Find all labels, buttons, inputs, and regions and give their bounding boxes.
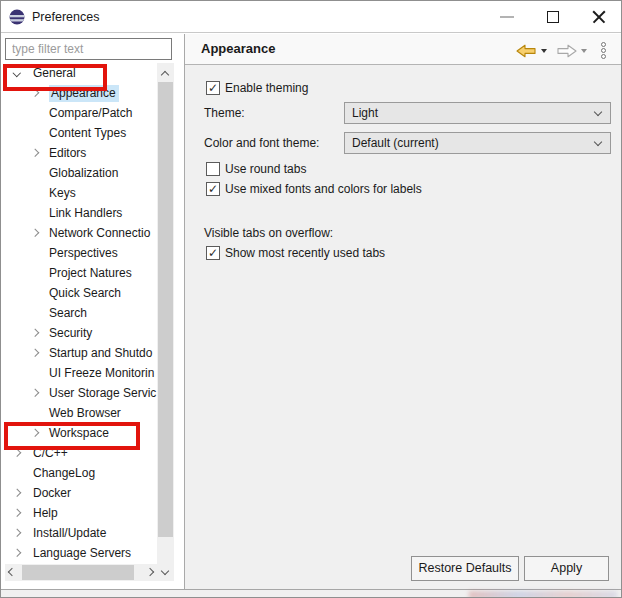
theme-label: Theme: [204,102,245,124]
maximize-button[interactable] [533,1,573,32]
tree-item-language-servers[interactable]: Language Servers [5,543,174,563]
restore-defaults-button[interactable]: Restore Defaults [411,556,519,581]
forward-history-dropdown-icon[interactable] [581,49,587,53]
horizontal-scrollbar-thumb[interactable] [22,565,134,580]
scroll-up-icon[interactable] [161,71,169,79]
tree-item-web-browser[interactable]: Web Browser [5,403,174,423]
tree-item-editors[interactable]: Editors [5,143,174,163]
chevron-right-icon[interactable] [31,329,39,337]
tree-item-security[interactable]: Security [5,323,174,343]
tree-item-label: Perspectives [49,246,118,260]
chevron-right-icon[interactable] [13,529,21,537]
page-title: Appearance [201,34,275,64]
tree-item-label: Network Connectio [49,226,150,240]
apply-button[interactable]: Apply [524,556,609,581]
tree-item-label: UI Freeze Monitorin [49,366,154,380]
chevron-right-icon[interactable] [31,89,39,97]
chevron-right-icon[interactable] [13,549,21,557]
tree-item-label: Language Servers [33,546,131,560]
enable-theming-checkbox[interactable]: Enable theming [206,81,308,95]
color-font-theme-label: Color and font theme: [204,132,319,154]
tree-item-docker[interactable]: Docker [5,483,174,503]
tree-item-compare-patch[interactable]: Compare/Patch [5,103,174,123]
chevron-right-icon[interactable] [31,389,39,397]
tree-item-appearance[interactable]: Appearance [5,83,174,103]
chevron-right-icon[interactable] [31,429,39,437]
close-button[interactable] [579,1,619,32]
tree-item-label: Link Handlers [49,206,122,220]
overflow-heading: Visible tabs on overflow: [204,222,333,244]
vertical-scrollbar-thumb[interactable] [158,82,173,537]
eclipse-logo-icon [9,9,25,25]
show-mru-tabs-checkbox[interactable]: Show most recently used tabs [206,246,385,260]
theme-select[interactable]: Light [344,102,611,124]
tree-item-quick-search[interactable]: Quick Search [5,283,174,303]
theme-value: Light [352,106,378,120]
checkbox-label: Use mixed fonts and colors for labels [225,182,422,196]
tree-item-search[interactable]: Search [5,303,174,323]
checkbox-box[interactable] [206,81,220,95]
tree-item-label: Quick Search [49,286,121,300]
tree-item-perspectives[interactable]: Perspectives [5,243,174,263]
scroll-left-icon[interactable] [8,568,16,576]
vertical-scrollbar[interactable] [157,63,174,581]
chevron-right-icon[interactable] [31,149,39,157]
checkbox-label: Use round tabs [225,162,306,176]
tree-item-label: C/C++ [33,446,68,460]
horizontal-scrollbar[interactable] [5,564,157,581]
minimize-button[interactable] [487,1,527,32]
tree-item-user-storage-servic[interactable]: User Storage Servic [5,383,174,403]
back-button[interactable] [516,44,536,58]
scroll-right-icon[interactable] [146,568,154,576]
tree-item-network-connectio[interactable]: Network Connectio [5,223,174,243]
tree-item-globalization[interactable]: Globalization [5,163,174,183]
window-title: Preferences [32,1,99,33]
tree-item-label: Docker [33,486,71,500]
page-header: Appearance [185,34,622,65]
color-font-theme-select[interactable]: Default (current) [344,132,611,154]
chevron-down-icon[interactable] [13,69,21,77]
checkbox-box[interactable] [206,162,220,176]
mixed-fonts-checkbox[interactable]: Use mixed fonts and colors for labels [206,182,422,196]
tree-item-ui-freeze-monitorin[interactable]: UI Freeze Monitorin [5,363,174,383]
tree-item-label: Search [49,306,87,320]
view-menu-icon[interactable] [601,42,606,59]
tree-item-link-handlers[interactable]: Link Handlers [5,203,174,223]
tree-item-label: Install/Update [33,526,106,540]
back-history-dropdown-icon[interactable] [541,49,547,53]
tree-item-project-natures[interactable]: Project Natures [5,263,174,283]
tree-item-content-types[interactable]: Content Types [5,123,174,143]
chevron-right-icon[interactable] [31,349,39,357]
tree-item-label: Security [49,326,92,340]
tree-item-general[interactable]: General [5,63,174,83]
tree-item-label: Startup and Shutdo [49,346,152,360]
checkbox-box[interactable] [206,246,220,260]
tree-item-startup-and-shutdo[interactable]: Startup and Shutdo [5,343,174,363]
chevron-right-icon[interactable] [13,449,21,457]
tree-item-keys[interactable]: Keys [5,183,174,203]
filter-input[interactable] [5,38,172,60]
minimize-icon [500,16,514,18]
scroll-down-icon[interactable] [161,567,169,575]
chevron-down-icon [594,108,602,116]
chevron-right-icon[interactable] [31,229,39,237]
tree-item-help[interactable]: Help [5,503,174,523]
chevron-right-icon[interactable] [13,509,21,517]
chevron-right-icon[interactable] [13,489,21,497]
checkbox-box[interactable] [206,182,220,196]
forward-button[interactable] [557,44,577,58]
tree-item-c-c[interactable]: C/C++ [5,443,174,463]
tree-item-changelog[interactable]: ChangeLog [5,463,174,483]
tree-item-label: ChangeLog [33,466,95,480]
tree-item-label: Editors [49,146,86,160]
tree-item-label: Appearance [49,85,119,102]
tree-item-install-update[interactable]: Install/Update [5,523,174,543]
use-round-tabs-checkbox[interactable]: Use round tabs [206,162,306,176]
preferences-dialog: Preferences GeneralAppearanceCompare/Pat… [0,0,622,598]
tree-item-label: Workspace [49,426,109,440]
tree-item-label: User Storage Servic [49,386,156,400]
tree-item-label: General [33,66,76,80]
tree-item-label: Web Browser [49,406,121,420]
tree-item-workspace[interactable]: Workspace [5,423,174,443]
tree-item-label: Globalization [49,166,118,180]
